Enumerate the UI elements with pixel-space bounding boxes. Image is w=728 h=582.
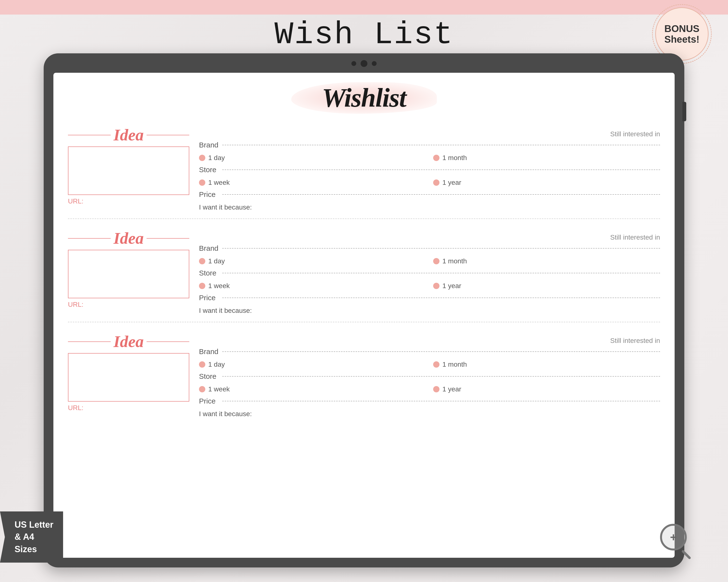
magnifier-handle: [681, 550, 691, 559]
radio-1day-1[interactable]: [199, 155, 205, 161]
label-1week-1: 1 week: [208, 179, 230, 187]
price-label-1: Price: [199, 190, 218, 199]
interest-1week-3[interactable]: 1 week: [199, 385, 426, 393]
interest-1year-2[interactable]: 1 year: [433, 282, 660, 290]
idea-entry-3: Idea URL: Still interested in Brand: [68, 332, 660, 425]
idea-image-section-1: Idea URL:: [68, 126, 189, 205]
store-line-2: [222, 273, 660, 273]
radio-1day-3[interactable]: [199, 361, 205, 368]
interest-1year-3[interactable]: 1 year: [433, 385, 660, 393]
idea-fields-1: Still interested in Brand 1 day: [199, 126, 660, 211]
top-bar: [0, 0, 728, 15]
still-interested-label-2: Still interested in: [199, 233, 660, 241]
idea-row-1: Idea URL: Still interested in Brand: [68, 126, 660, 211]
idea-line-left-1: [68, 135, 111, 135]
idea-label-3: Idea: [113, 332, 144, 351]
radio-1year-3[interactable]: [433, 386, 440, 392]
magnifier-circle: +: [660, 524, 687, 551]
url-label-2[interactable]: URL:: [68, 301, 83, 308]
want-because-1: I want it because:: [199, 203, 660, 211]
interest-1day-1[interactable]: 1 day: [199, 154, 426, 162]
radio-1week-3[interactable]: [199, 386, 205, 392]
label-1month-3: 1 month: [442, 361, 467, 368]
label-1year-1: 1 year: [442, 179, 461, 187]
brand-row-1: Brand: [199, 141, 660, 149]
idea-entry-2: Idea URL: Still interested in Brand: [68, 229, 660, 322]
idea-label-row-2: Idea: [68, 229, 189, 248]
label-1year-2: 1 year: [442, 282, 461, 290]
camera-dot-left: [352, 61, 356, 66]
tablet-side-button: [682, 102, 686, 121]
brand-line-1: [222, 145, 660, 145]
size-line3: Sizes: [15, 544, 37, 554]
interest-options-2b: 1 week 1 year: [199, 282, 660, 290]
store-row-3: Store: [199, 372, 660, 381]
screen-content: Wishlist Idea URL: Still int: [53, 73, 675, 558]
idea-image-box-1[interactable]: [68, 146, 189, 195]
interest-options-1: 1 day 1 month: [199, 154, 660, 162]
interest-1month-3[interactable]: 1 month: [433, 361, 660, 368]
still-interested-label-3: Still interested in: [199, 337, 660, 344]
interest-1month-1[interactable]: 1 month: [433, 154, 660, 162]
idea-line-right-1: [147, 135, 189, 135]
interest-options-1b: 1 week 1 year: [199, 179, 660, 187]
interest-1year-1[interactable]: 1 year: [433, 179, 660, 187]
magnifier-icon[interactable]: +: [660, 524, 699, 563]
store-row-1: Store: [199, 166, 660, 174]
store-line-1: [222, 169, 660, 170]
idea-label-1: Idea: [113, 126, 144, 144]
idea-image-section-2: Idea URL:: [68, 229, 189, 308]
radio-1week-2[interactable]: [199, 283, 205, 289]
radio-1week-1[interactable]: [199, 179, 205, 186]
store-line-3: [222, 376, 660, 377]
price-line-2: [222, 298, 660, 298]
label-1day-1: 1 day: [208, 154, 225, 162]
interest-options-3b: 1 week 1 year: [199, 385, 660, 393]
idea-label-2: Idea: [113, 229, 144, 248]
price-line-1: [222, 194, 660, 195]
interest-options-3: 1 day 1 month: [199, 361, 660, 368]
idea-image-section-3: Idea URL:: [68, 332, 189, 412]
idea-line-right-3: [147, 341, 189, 342]
idea-image-box-3[interactable]: [68, 353, 189, 401]
interest-1week-2[interactable]: 1 week: [199, 282, 426, 290]
price-label-2: Price: [199, 294, 218, 302]
price-row-2: Price: [199, 294, 660, 302]
page-title: Wish List: [0, 17, 728, 53]
size-line1: US Letter: [15, 520, 53, 530]
brand-row-3: Brand: [199, 348, 660, 356]
label-1week-2: 1 week: [208, 282, 230, 290]
url-label-1[interactable]: URL:: [68, 197, 83, 205]
label-1month-2: 1 month: [442, 257, 467, 265]
label-1day-3: 1 day: [208, 361, 225, 368]
idea-fields-2: Still interested in Brand 1 day: [199, 229, 660, 314]
interest-1day-3[interactable]: 1 day: [199, 361, 426, 368]
radio-1year-2[interactable]: [433, 283, 440, 289]
radio-1month-1[interactable]: [433, 155, 440, 161]
interest-1month-2[interactable]: 1 month: [433, 257, 660, 265]
radio-1month-2[interactable]: [433, 258, 440, 264]
brand-label-3: Brand: [199, 348, 218, 356]
idea-line-left-2: [68, 238, 111, 239]
store-label-2: Store: [199, 269, 218, 277]
camera-dot-right: [372, 61, 376, 66]
wishlist-title: Wishlist: [68, 82, 660, 113]
url-label-3[interactable]: URL:: [68, 404, 83, 412]
bonus-text: BONUS Sheets!: [665, 23, 700, 45]
interest-1day-2[interactable]: 1 day: [199, 257, 426, 265]
idea-row-2: Idea URL: Still interested in Brand: [68, 229, 660, 314]
brand-line-3: [222, 351, 660, 352]
idea-label-row-1: Idea: [68, 126, 189, 144]
camera-dot-center: [361, 60, 367, 67]
radio-1month-3[interactable]: [433, 361, 440, 368]
label-1day-2: 1 day: [208, 257, 225, 265]
idea-image-box-2[interactable]: [68, 250, 189, 298]
radio-1year-1[interactable]: [433, 179, 440, 186]
tablet-frame: Wishlist Idea URL: Still int: [44, 53, 684, 567]
brand-label-2: Brand: [199, 244, 218, 252]
label-1month-1: 1 month: [442, 154, 467, 162]
radio-1day-2[interactable]: [199, 258, 205, 264]
interest-1week-1[interactable]: 1 week: [199, 179, 426, 187]
price-label-3: Price: [199, 397, 218, 405]
brand-line-2: [222, 248, 660, 249]
